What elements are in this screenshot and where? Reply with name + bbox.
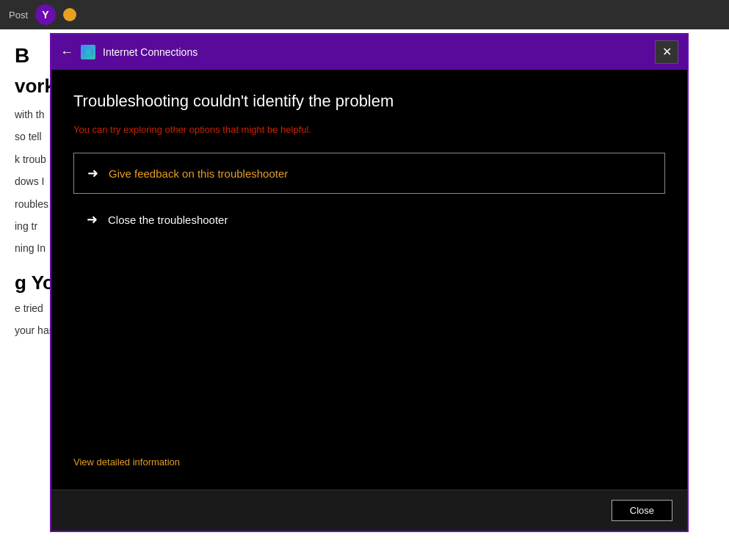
dialog-subtitle: You can try exploring other options that… bbox=[73, 124, 665, 135]
dialog-back-button[interactable]: ← bbox=[60, 46, 73, 59]
view-detailed-information-link[interactable]: View detailed information bbox=[73, 457, 665, 468]
footer-close-button[interactable]: Close bbox=[612, 500, 672, 521]
dialog-main-heading: Troubleshooting couldn't identify the pr… bbox=[73, 92, 665, 111]
dialog-titlebar: ← Internet Connections ✕ bbox=[51, 34, 687, 70]
body-spacer bbox=[73, 245, 665, 457]
give-feedback-option[interactable]: ➜ Give feedback on this troubleshooter bbox=[73, 153, 665, 194]
give-feedback-arrow: ➜ bbox=[87, 165, 98, 181]
give-feedback-label: Give feedback on this troubleshooter bbox=[109, 167, 288, 180]
troubleshooter-dialog: ← Internet Connections ✕ Troubleshooting… bbox=[50, 33, 689, 532]
dialog-title-left: ← Internet Connections bbox=[60, 45, 197, 59]
close-troubleshooter-option[interactable]: ➜ Close the troubleshooter bbox=[73, 200, 665, 239]
dialog-footer: Close bbox=[51, 490, 687, 531]
dialog-body: Troubleshooting couldn't identify the pr… bbox=[51, 70, 687, 490]
bg-logo: Y bbox=[35, 4, 56, 25]
close-troubleshooter-arrow: ➜ bbox=[87, 211, 98, 228]
bg-titlebar: Post Y bbox=[0, 0, 729, 29]
internet-connections-icon bbox=[81, 45, 95, 59]
close-troubleshooter-label: Close the troubleshooter bbox=[108, 214, 228, 226]
bg-status-circle bbox=[63, 8, 76, 21]
dialog-close-x-button[interactable]: ✕ bbox=[655, 40, 678, 64]
bg-app-name: Post bbox=[9, 10, 28, 21]
dialog-title-text: Internet Connections bbox=[103, 46, 197, 58]
